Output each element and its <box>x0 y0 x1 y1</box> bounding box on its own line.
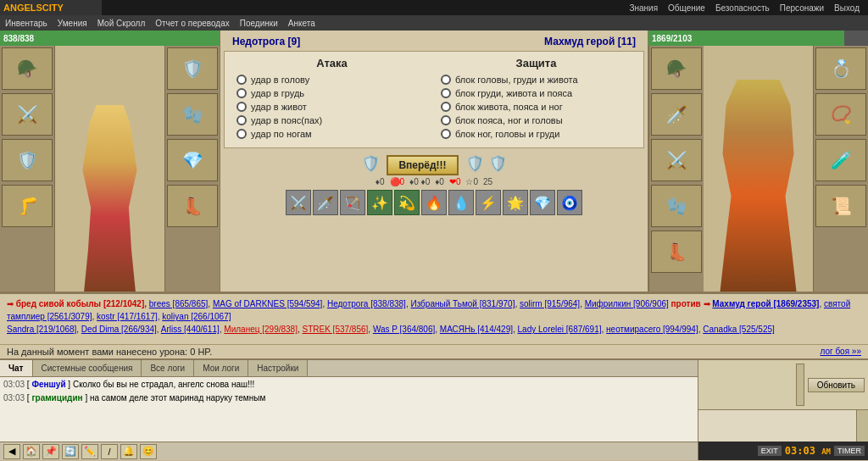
exit-button[interactable]: EXIT <box>758 446 782 456</box>
defense-option-1[interactable]: блок груди, живота и пояса <box>441 88 632 98</box>
tool-home[interactable]: 🏠 <box>23 444 40 459</box>
radio-attack-2[interactable] <box>236 102 247 112</box>
radio-attack-3[interactable] <box>236 115 247 125</box>
tool-pin[interactable]: 📌 <box>42 444 59 459</box>
nav-link-skills[interactable]: Умения <box>53 19 92 28</box>
battle-icon-4[interactable]: 💫 <box>394 190 420 215</box>
equip-slot-boot-right[interactable]: 👢 <box>651 230 702 273</box>
player-kostr[interactable]: kostr [417/1617] <box>97 312 158 321</box>
battle-icon-5[interactable]: 🔥 <box>421 190 447 215</box>
equip-slot-extra-0[interactable]: 💍 <box>815 47 866 90</box>
nav-link-duels[interactable]: Поединки <box>235 19 283 28</box>
tool-cursor[interactable]: ✏️ <box>81 444 98 459</box>
tab-settings[interactable]: Настройки <box>248 360 308 376</box>
battle-icon-3[interactable]: ✨ <box>367 190 392 215</box>
tab-my-logs[interactable]: Мои логи <box>194 360 248 376</box>
equip-slot-legs-left[interactable]: 🦵 <box>2 185 53 227</box>
battle-icon-0[interactable]: ⚔️ <box>286 190 311 215</box>
equip-slot-shield-left[interactable]: 🛡️ <box>167 47 218 90</box>
attack-option-1[interactable]: удар в грудь <box>236 88 427 98</box>
player-mag[interactable]: MAG of DARKNES [594/594] <box>213 299 323 308</box>
nav-link-profile[interactable]: Анкета <box>283 19 320 28</box>
radio-attack-0[interactable] <box>236 75 247 85</box>
equip-slot-boot-left[interactable]: 👢 <box>167 185 218 227</box>
equip-slot-head-right[interactable]: 🪖 <box>651 47 702 90</box>
equip-slot-glove-left[interactable]: 🧤 <box>167 93 218 136</box>
equip-slot-extra-1[interactable]: 📿 <box>815 93 866 136</box>
tool-sound[interactable]: 🔔 <box>120 444 137 459</box>
defense-option-0[interactable]: блок головы, груди и живота <box>441 75 632 85</box>
scroll-up-area[interactable] <box>796 364 804 406</box>
defense-option-2[interactable]: блок живота, пояса и ног <box>441 102 632 112</box>
tool-slash[interactable]: / <box>101 444 118 459</box>
equip-slot-belt-left[interactable]: 💎 <box>167 139 218 181</box>
equip-slot-chest-right[interactable]: ⚔️ <box>651 139 702 181</box>
player-izbraniy[interactable]: Избраный Тьмой [831/970] <box>410 299 515 308</box>
refresh-button[interactable]: Обновить <box>808 378 865 392</box>
attack-option-0[interactable]: удар в голову <box>236 75 427 85</box>
nav-link-knowledge[interactable]: Знания <box>624 3 663 13</box>
attack-option-4[interactable]: удар по ногам <box>236 129 427 139</box>
armor-icon: ⚔️ <box>666 150 687 170</box>
equip-slot-extra-3[interactable]: 📜 <box>815 185 866 227</box>
equip-slot-head-left[interactable]: 🪖 <box>2 47 53 90</box>
equip-slot-weapon-right[interactable]: 🗡️ <box>651 93 702 136</box>
battle-icon-1[interactable]: 🗡️ <box>313 190 338 215</box>
player-neotmirasego[interactable]: неотмирасего [994/994] <box>606 325 698 334</box>
player-brees[interactable]: brees [865/865] <box>149 299 209 308</box>
forward-button[interactable]: Вперёд!!! <box>387 155 458 175</box>
equip-slot-chest-left[interactable]: 🛡️ <box>2 139 53 181</box>
radio-defense-3[interactable] <box>441 115 451 125</box>
player-makhmud[interactable]: Махмуд герой [1869/2353] <box>712 299 819 308</box>
attack-option-3[interactable]: удар в пояс(пах) <box>236 115 427 125</box>
battle-icon-10[interactable]: 🧿 <box>557 190 582 215</box>
tool-back[interactable]: ◀ <box>3 444 20 459</box>
radio-defense-4[interactable] <box>441 129 451 139</box>
radio-defense-2[interactable] <box>441 102 451 112</box>
tab-all-logs[interactable]: Все логи <box>142 360 194 376</box>
timer-button[interactable]: TIMER <box>834 446 865 456</box>
player-ladylorelei[interactable]: Lady Lorelei [687/691] <box>518 325 602 334</box>
battle-icon-6[interactable]: 💧 <box>448 190 474 215</box>
tool-refresh[interactable]: 🔄 <box>62 444 79 459</box>
log-link[interactable]: лог боя »» <box>820 347 861 356</box>
nav-link-exit[interactable]: Выход <box>829 3 865 13</box>
player-arliss[interactable]: Arliss [440/611] <box>161 325 220 334</box>
player-wasp[interactable]: Was P [364/806] <box>373 325 435 334</box>
equip-slot-glove-right[interactable]: 🧤 <box>651 185 702 227</box>
tool-smiley[interactable]: 😊 <box>140 444 157 459</box>
nav-link-inventory[interactable]: Инвентарь <box>0 19 53 28</box>
battle-icon-2[interactable]: 🏹 <box>340 190 365 215</box>
player-canadka[interactable]: Canadka [525/525] <box>703 325 775 334</box>
tab-chat[interactable]: Чат <box>0 360 33 376</box>
nav-link-communication[interactable]: Общение <box>663 3 710 13</box>
player-strek[interactable]: STREK [537/856] <box>303 325 369 334</box>
attack-option-2[interactable]: удар в живот <box>236 102 427 112</box>
radio-defense-0[interactable] <box>441 75 451 85</box>
equip-slot-weapon-left[interactable]: ⚔️ <box>2 93 53 136</box>
radio-attack-4[interactable] <box>236 129 247 139</box>
tab-system[interactable]: Системные сообщения <box>33 360 142 376</box>
battle-icon-8[interactable]: 🌟 <box>503 190 528 215</box>
player-masyan[interactable]: МАСЯНь [414/429] <box>440 325 513 334</box>
player-koliyan[interactable]: koliyan [266/1067] <box>162 312 231 321</box>
player-sandra[interactable]: Sandra [219/1068] <box>7 325 76 334</box>
nav-link-scroll[interactable]: Мой Скролл <box>92 19 151 28</box>
defense-label-4: блок ног, головы и груди <box>455 129 559 139</box>
scroll-bar[interactable] <box>856 410 868 442</box>
radio-attack-1[interactable] <box>236 88 247 98</box>
defense-option-3[interactable]: блок пояса, ног и головы <box>441 115 632 125</box>
battle-icon-9[interactable]: 💎 <box>530 190 555 215</box>
nav-link-character[interactable]: Персонажи <box>775 3 829 13</box>
battle-icon-7[interactable]: ⚡ <box>476 190 501 215</box>
nav-link-transfers[interactable]: Отчет о переводах <box>150 19 235 28</box>
player-nedotroga[interactable]: Недотрога [838/838] <box>327 299 406 308</box>
defense-option-4[interactable]: блок ног, головы и груди <box>441 129 632 139</box>
radio-defense-1[interactable] <box>441 88 451 98</box>
player-mifrilkin[interactable]: Мифрилкин [906/906] <box>585 299 669 308</box>
nav-link-security[interactable]: Безопасность <box>710 3 775 13</box>
player-solirm[interactable]: solirm [915/964] <box>520 299 580 308</box>
equip-slot-extra-2[interactable]: 🧪 <box>815 139 866 181</box>
player-milanets[interactable]: Миланец [299/838] <box>224 325 298 334</box>
player-deddima[interactable]: Ded Dima [266/934] <box>81 325 157 334</box>
